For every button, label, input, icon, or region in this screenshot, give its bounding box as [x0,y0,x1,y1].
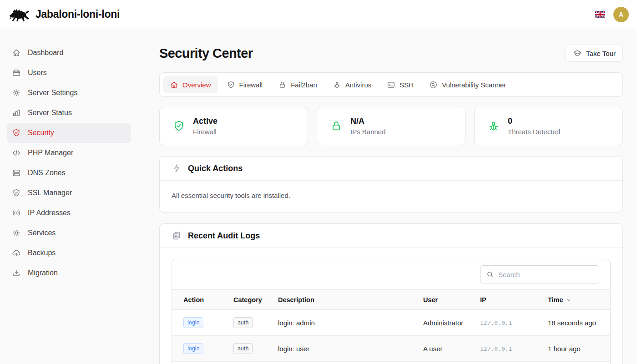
column-label: Time [548,296,563,303]
column-header-category: Category [233,290,278,310]
search-box [480,265,599,283]
bug-icon [487,120,500,132]
download-icon [12,268,21,278]
home-icon [170,81,178,89]
stat-card-threats-detected: 0Threats Detected [474,107,623,145]
shield-check-icon [227,81,235,89]
log-ip: 127.0.0.1 [480,336,548,362]
sidebar-item-migration[interactable]: Migration [7,263,131,283]
search-icon [486,270,494,278]
tab-ssh[interactable]: SSH [380,76,420,93]
chevron-down-icon [566,297,571,303]
search-input[interactable] [498,271,593,278]
sidebar-item-server-status[interactable]: Server Status [7,103,131,123]
home-icon [12,48,21,57]
sidebar-item-dns-zones[interactable]: DNS Zones [7,163,131,183]
sidebar-item-label: SSL Manager [28,189,72,197]
stat-card-firewall: ActiveFirewall [159,107,308,145]
tabs-bar: OverviewFirewallFail2banAntivirusSSHVuln… [159,72,623,97]
sidebar-item-label: PHP Manager [28,149,73,157]
audit-logs-header: Recent Audit Logs [160,224,622,248]
column-header-user: User [423,290,480,310]
avatar[interactable]: A [613,7,629,22]
sidebar-item-ip-addresses[interactable]: IP Addresses [7,203,131,223]
gear-icon [12,228,21,238]
stat-value: N/A [350,116,386,126]
tab-label: Vulnerability Scanner [442,81,506,89]
audit-logs-title: Recent Audit Logs [188,231,260,241]
log-ip: 127.0.0.1 [480,310,548,336]
tab-antivirus[interactable]: Antivirus [326,76,379,93]
tab-overview[interactable]: Overview [163,76,218,93]
tab-label: Fail2ban [291,81,317,89]
log-time: 1 hour ago [548,336,610,362]
sidebar-item-backups[interactable]: Backups [7,243,131,263]
shield-check-icon [172,120,185,132]
stat-text: N/AIPs Banned [350,116,386,136]
sidebar-nav: DashboardUsersServer SettingsServer Stat… [0,29,138,364]
sidebar-item-label: Security [28,129,54,137]
audit-logs-table: ActionCategoryDescriptionUserIPTime logi… [172,289,610,362]
quick-actions-card: Quick Actions All essential security too… [159,156,623,212]
cloud-upload-icon [12,248,21,258]
tab-firewall[interactable]: Firewall [220,76,270,93]
audit-logs-card: Recent Audit Logs [159,223,623,364]
sidebar-item-dashboard[interactable]: Dashboard [7,43,131,63]
tab-fail2ban[interactable]: Fail2ban [271,76,324,93]
take-tour-label: Take Tour [586,50,616,57]
log-user: A user [423,336,480,362]
sidebar-item-php-manager[interactable]: PHP Manager [7,143,131,163]
audit-table-toolbar [172,259,610,289]
stat-text: 0Threats Detected [508,116,560,136]
avatar-initial: A [619,11,623,18]
topbar: Jabaloni-loni-loni A [0,0,637,29]
scan-icon [429,81,438,89]
log-user: Administrator [423,310,480,336]
sidebar-item-users[interactable]: Users [7,63,131,83]
sidebar-item-server-settings[interactable]: Server Settings [7,83,131,103]
audit-table-container: ActionCategoryDescriptionUserIPTime logi… [172,259,611,364]
sidebar-item-ssl-manager[interactable]: SSL Manager [7,183,131,203]
sidebar-item-label: Services [28,229,56,237]
sidebar-item-label: IP Addresses [28,209,71,217]
log-description: login: user [278,336,423,362]
stat-card-ips-banned: N/AIPs Banned [317,107,465,145]
stat-value: 0 [508,116,560,126]
audit-logs-body: ActionCategoryDescriptionUserIPTime logi… [160,248,622,364]
stat-label: IPs Banned [350,128,386,136]
column-header-time[interactable]: Time [548,290,610,310]
log-description: login: admin [278,310,423,336]
tab-vulnerability-scanner[interactable]: Vulnerability Scanner [422,76,513,93]
sidebar-item-label: Backups [28,249,56,257]
sidebar-item-security[interactable]: Security [7,123,131,143]
audit-log-row: loginauthlogin: adminAdministrator127.0.… [172,310,610,336]
page-title: Security Center [159,46,253,61]
page-header: Security Center Take Tour [159,45,623,62]
sidebar-item-label: Dashboard [28,49,63,57]
server-stack-icon [12,168,21,177]
category-badge: auth [233,317,253,328]
code-icon [12,148,21,157]
language-uk-flag-icon[interactable] [595,11,605,18]
quick-actions-message: All essential security tools are install… [172,192,611,199]
broadcast-icon [12,208,21,217]
sidebar-item-label: Migration [28,269,58,277]
column-label: Description [278,296,314,303]
lock-icon [330,120,343,132]
column-header-description: Description [278,290,423,310]
brand-title: Jabaloni-loni-loni [35,8,120,20]
sidebar-item-label: Users [28,69,47,77]
quick-actions-body: All essential security tools are install… [160,181,622,212]
boar-logo-icon [8,6,30,23]
audit-logs-icon [172,231,182,241]
shield-check-icon [12,188,21,197]
sidebar-item-services[interactable]: Services [7,223,131,243]
sidebar-item-label: DNS Zones [28,169,66,177]
column-header-ip: IP [480,290,548,310]
topbar-right: A [595,7,629,22]
audit-log-row: loginauthlogin: userA user127.0.0.11 hou… [172,336,610,362]
gear-icon [12,88,21,97]
audit-table-body: loginauthlogin: adminAdministrator127.0.… [172,310,610,362]
take-tour-button[interactable]: Take Tour [566,45,623,62]
sidebar-item-label: Server Status [28,109,72,117]
